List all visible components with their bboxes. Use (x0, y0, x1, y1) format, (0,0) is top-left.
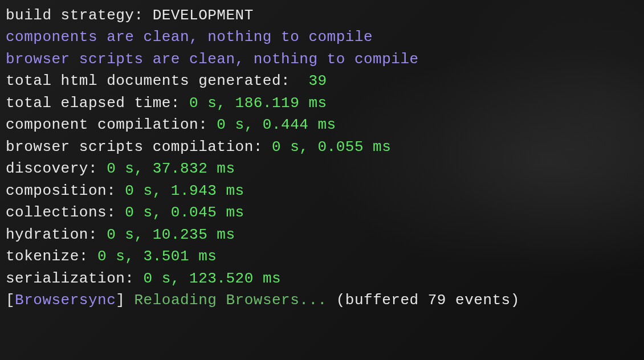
collections-line: collections: 0 s, 0.045 ms (6, 202, 638, 223)
build-strategy-value: DEVELOPMENT (153, 7, 254, 24)
browsersync-bracket-open: [ (6, 292, 15, 309)
total-html-value: 39 (308, 72, 327, 89)
browser-scripts-compilation-value: 0 s, 0.055 ms (272, 138, 391, 156)
browsersync-buffered: (buffered 79 events) (336, 292, 520, 309)
browsersync-name: Browsersync (15, 292, 116, 309)
hydration-line: hydration: 0 s, 10.235 ms (6, 224, 638, 246)
discovery-value: 0 s, 37.832 ms (107, 160, 235, 177)
collections-value: 0 s, 0.045 ms (125, 204, 244, 221)
serialization-label: serialization: (6, 270, 144, 287)
total-html-line: total html documents generated: 39 (6, 70, 638, 92)
composition-value: 0 s, 1.943 ms (125, 182, 244, 199)
total-elapsed-label: total elapsed time: (6, 95, 189, 112)
composition-line: composition: 0 s, 1.943 ms (6, 180, 638, 202)
build-strategy-label: build strategy: (6, 7, 153, 24)
tokenize-value: 0 s, 3.501 ms (97, 248, 217, 265)
browser-scripts-compilation-line: browser scripts compilation: 0 s, 0.055 … (6, 136, 638, 158)
browser-scripts-compilation-label: browser scripts compilation: (6, 138, 272, 156)
discovery-line: discovery: 0 s, 37.832 ms (6, 158, 638, 179)
total-html-label: total html documents generated: (6, 72, 308, 89)
browsersync-line: [Browsersync] Reloading Browsers... (buf… (6, 289, 638, 311)
browsersync-bracket-close: ] (116, 292, 134, 309)
tokenize-label: tokenize: (6, 248, 97, 265)
build-strategy-line: build strategy: DEVELOPMENT (6, 5, 638, 26)
hydration-label: hydration: (6, 226, 107, 243)
collections-label: collections: (6, 204, 125, 221)
browser-scripts-clean-text: browser scripts are clean, nothing to co… (6, 51, 419, 68)
total-elapsed-value: 0 s, 186.119 ms (189, 95, 327, 112)
serialization-value: 0 s, 123.520 ms (144, 270, 282, 287)
tokenize-line: tokenize: 0 s, 3.501 ms (6, 246, 638, 267)
browser-scripts-clean-line: browser scripts are clean, nothing to co… (6, 48, 638, 70)
hydration-value: 0 s, 10.235 ms (107, 226, 235, 243)
browsersync-reloading: Reloading Browsers... (134, 292, 336, 309)
component-compilation-value: 0 s, 0.444 ms (217, 116, 336, 133)
components-clean-text: components are clean, nothing to compile (6, 28, 373, 46)
serialization-line: serialization: 0 s, 123.520 ms (6, 268, 638, 289)
component-compilation-line: component compilation: 0 s, 0.444 ms (6, 114, 638, 136)
discovery-label: discovery: (6, 160, 107, 177)
component-compilation-label: component compilation: (6, 116, 217, 133)
composition-label: composition: (6, 182, 125, 199)
total-elapsed-line: total elapsed time: 0 s, 186.119 ms (6, 92, 638, 114)
components-clean-line: components are clean, nothing to compile (6, 26, 638, 48)
